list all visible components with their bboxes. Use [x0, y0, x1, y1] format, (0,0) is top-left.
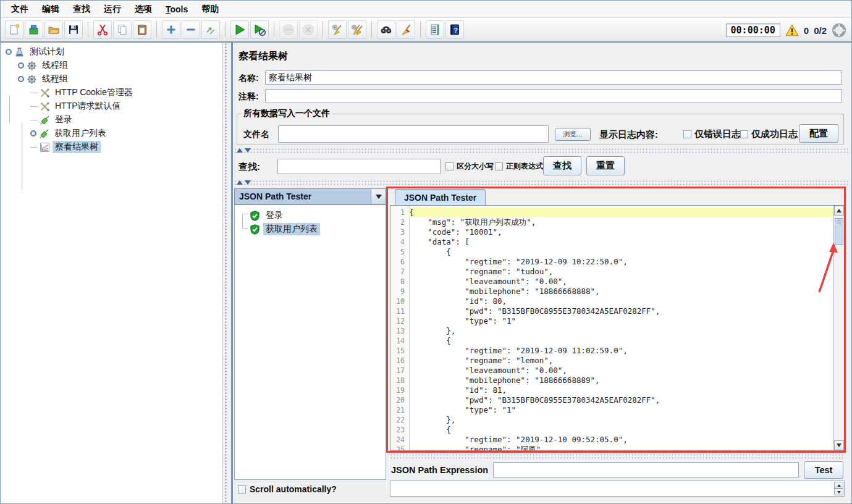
comment-input[interactable]	[265, 89, 842, 103]
chevron-down-icon[interactable]	[371, 189, 386, 204]
scrollbar-thumb[interactable]	[835, 218, 843, 245]
checkbox-box[interactable]	[740, 130, 748, 138]
menu-item-5[interactable]: 选项	[128, 2, 159, 17]
toolbar-clear-button[interactable]	[328, 20, 347, 39]
expression-result-box[interactable]	[390, 481, 845, 497]
reset-button[interactable]: 重置	[586, 156, 625, 175]
toolbar-function-helper-button[interactable]	[426, 20, 444, 39]
spinner-down-button[interactable]	[834, 489, 843, 495]
code-text: "type": "1"	[409, 405, 833, 415]
tree-node-label: HTTP请求默认值	[53, 100, 124, 112]
vertical-scrollbar[interactable]	[833, 206, 844, 450]
menu-item-1[interactable]: 文件	[4, 2, 35, 17]
tree-expand-handle[interactable]	[18, 62, 24, 69]
checkbox-box[interactable]	[683, 130, 691, 138]
toolbar-new-button[interactable]	[5, 20, 23, 39]
toolbar-clear-all-button[interactable]	[348, 20, 366, 39]
checkbox-box[interactable]	[445, 162, 453, 170]
code-line-24: 24 "regtime": "2019-12-10 09:52:05.0",	[390, 435, 833, 445]
elapsed-timer: 00:00:00	[726, 23, 780, 37]
tree-node-4[interactable]: HTTP Cookie管理器	[1, 86, 222, 99]
result-item-1[interactable]: 登录	[235, 209, 386, 222]
toolbar-shutdown-button[interactable]	[299, 20, 318, 39]
result-item-label: 获取用户列表	[263, 223, 320, 235]
toolbar-start-button[interactable]	[230, 20, 249, 39]
menu-item-7[interactable]: 帮助	[195, 2, 226, 17]
browse-button[interactable]: 浏览...	[555, 128, 591, 141]
code-line-3: 3 "code": "10001",	[390, 227, 833, 237]
toolbar-open-button[interactable]	[44, 20, 63, 39]
toolbar-search-reset-button[interactable]	[397, 20, 415, 39]
tree-node-5[interactable]: HTTP请求默认值	[1, 99, 222, 113]
code-line-1: 1{	[390, 208, 833, 217]
view-results-tree-panel: 察看结果树 名称: 注释: 所有数据写入一个文件 文件名 浏览... 显示日志内…	[233, 43, 851, 503]
toolbar-help-button[interactable]: ?	[445, 20, 464, 39]
spinner-up-button[interactable]	[834, 482, 843, 489]
tree-node-3[interactable]: 线程组	[1, 72, 222, 86]
toolbar-search-button[interactable]	[377, 20, 395, 39]
menu-item-2[interactable]: 编辑	[35, 2, 66, 17]
code-lines[interactable]: 1{2 "msg": "获取用户列表成功",3 "code": "10001",…	[390, 206, 833, 450]
tree-expand-handle[interactable]	[30, 130, 36, 136]
toolbar-stop-button[interactable]: STOP	[279, 20, 298, 39]
new-icon	[7, 23, 21, 36]
toolbar-toggle-button[interactable]	[201, 20, 220, 39]
log-display-label: 显示日志内容:	[599, 129, 658, 141]
search-input[interactable]	[277, 159, 441, 174]
tree-node-6[interactable]: 登录	[1, 113, 222, 127]
save-icon	[67, 23, 80, 36]
name-input[interactable]	[265, 70, 842, 85]
horizontal-splitter-2[interactable]	[234, 180, 850, 187]
tree-node-7[interactable]: 获取用户列表	[1, 127, 222, 140]
filename-input[interactable]	[278, 125, 549, 143]
find-button[interactable]: 查找	[543, 156, 581, 175]
json-path-expression-input[interactable]	[493, 462, 799, 478]
toolbar-templates-button[interactable]	[25, 20, 43, 39]
renderer-selector[interactable]: JSON Path Tester	[234, 188, 386, 204]
toolbar-start-no-timers-button[interactable]	[250, 20, 269, 39]
function-helper-icon	[428, 23, 442, 36]
tree-node-label: 察看结果树	[53, 141, 101, 153]
tree-node-2[interactable]: 线程组	[1, 59, 222, 72]
toolbar-cut-button[interactable]	[93, 20, 112, 39]
tab-json-path-tester[interactable]: JSON Path Tester	[395, 189, 486, 205]
line-number: 7	[390, 267, 409, 277]
line-number: 8	[390, 277, 409, 287]
tree-expand-handle[interactable]	[18, 76, 24, 82]
templates-icon	[27, 23, 41, 36]
code-text: },	[409, 415, 833, 425]
toolbar-add-button[interactable]	[162, 20, 180, 39]
horizontal-splitter-3[interactable]	[390, 453, 845, 460]
expression-row: JSON Path Expression Test	[390, 460, 845, 481]
horizontal-splitter-1[interactable]	[234, 148, 850, 154]
menu-item-3[interactable]: 查找	[66, 2, 97, 17]
scroll-automatically-checkbox[interactable]	[238, 485, 246, 494]
regex-checkbox[interactable]: 正则表达式	[495, 161, 543, 172]
configure-button[interactable]: 配置	[799, 124, 838, 143]
tree-node-label: HTTP Cookie管理器	[53, 86, 135, 99]
checkbox-box[interactable]	[238, 485, 246, 494]
toolbar-copy-button[interactable]	[113, 20, 132, 39]
test-button[interactable]: Test	[804, 461, 843, 479]
menu-item-6[interactable]: Tools	[159, 2, 195, 16]
result-item-2[interactable]: 获取用户列表	[235, 222, 386, 236]
tree-node-1[interactable]: 测试计划	[1, 45, 222, 59]
scroll-up-button[interactable]	[834, 206, 844, 216]
toolbar-remove-button[interactable]	[182, 20, 200, 39]
success-only-checkbox[interactable]: 仅成功日志	[740, 128, 798, 140]
toolbar-paste-button[interactable]	[133, 20, 151, 39]
syringe-icon	[40, 115, 50, 125]
scroll-down-button[interactable]	[834, 440, 844, 450]
toolbar-save-button[interactable]	[64, 20, 83, 39]
shield-icon	[250, 211, 260, 221]
errors-only-checkbox[interactable]: 仅错误日志	[683, 128, 741, 140]
menu-item-4[interactable]: 运行	[97, 2, 128, 17]
case-sensitive-checkbox[interactable]: 区分大小写	[445, 161, 494, 172]
line-number: 21	[390, 405, 409, 415]
tree-node-8[interactable]: 察看结果树	[1, 140, 222, 154]
tree-expand-handle[interactable]	[6, 49, 12, 55]
warning-icon[interactable]	[785, 24, 799, 36]
checkbox-box[interactable]	[495, 162, 503, 170]
main-vertical-splitter[interactable]	[222, 43, 233, 503]
tree-connector	[30, 93, 38, 93]
